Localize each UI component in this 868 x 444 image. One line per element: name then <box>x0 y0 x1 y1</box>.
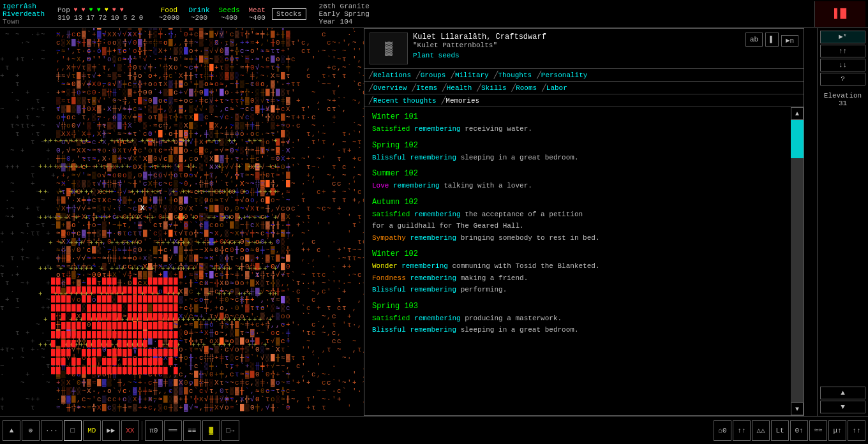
pop-n2: 17 <box>86 14 94 22</box>
memory-text-4b: for a guildhall for The Geared Hall. <box>372 222 524 230</box>
top-icon-area: ▌█ <box>814 1 865 27</box>
drink-val: ~200 <box>191 14 207 22</box>
side-btn-down[interactable]: ↓↓ <box>820 59 865 71</box>
emotion-love-1: Love <box>372 182 389 189</box>
pop-icon-2: ♥ <box>82 6 86 13</box>
emotion-blissful-2: Blissful <box>372 286 406 293</box>
bottom-btn-square[interactable]: □ <box>64 420 82 441</box>
bottom-btn-pi[interactable]: π0 <box>145 420 163 441</box>
seeds-resource: Seeds ~400 <box>219 6 240 22</box>
char-btn-portrait[interactable]: ▌ <box>765 33 779 47</box>
emotion-sympathy-1: Sympathy <box>372 234 406 242</box>
scrollbar-thumb[interactable] <box>791 120 804 158</box>
memory-season-winter102: Winter 102 <box>372 249 781 258</box>
bottom-btn-compass[interactable]: ⊕ <box>22 420 40 441</box>
memory-entry-5b: Fondness remembering making a friend. <box>372 273 781 284</box>
pop-num: 319 <box>57 14 70 22</box>
tab-personality[interactable]: ╱Personality <box>535 70 589 80</box>
side-btn-help[interactable]: ? <box>820 73 865 85</box>
bottom-btn-md[interactable]: MD <box>83 420 101 441</box>
right-panel: ►* ↑↑ ↓↓ ? Elevation 31 ▲ ▼ <box>817 28 868 416</box>
bottom-btn-xx[interactable]: XX <box>121 420 139 441</box>
bottom-btn-block[interactable]: ▓ <box>202 420 220 441</box>
side-btn-up[interactable]: ↑↑ <box>820 45 865 57</box>
memory-text-4: the acceptance of a petition <box>465 211 583 218</box>
food-resource: Food ~2000 <box>158 6 179 22</box>
emotion-wonder-1: Wonder <box>372 262 398 270</box>
bottom-btn-triangle[interactable]: △△ <box>752 420 770 441</box>
tab-items[interactable]: ╱Items <box>410 83 439 93</box>
memory-entry-4b: for a guildhall for The Geared Hall. <box>372 221 781 232</box>
bottom-btn-lt[interactable]: Lt <box>771 420 789 441</box>
remembering-4c: remembering <box>410 234 456 242</box>
scrollbar-down-button[interactable]: ▼ <box>791 403 804 415</box>
fortress-name: Igerrâsh <box>3 3 45 10</box>
memories-scroll: Winter 101 Satisfied remembering receivi… <box>372 112 796 410</box>
date-section: 26th Granite Early Spring Year 104 <box>319 3 370 26</box>
memory-text-4c: bringing somebody to rest in bed. <box>461 234 600 242</box>
meat-label: Meat <box>249 6 266 14</box>
bottom-btn-house[interactable]: ⌂0 <box>714 420 731 441</box>
bottom-btn-dots[interactable]: ··· <box>41 420 63 441</box>
tab-health[interactable]: ╱Health <box>440 83 474 93</box>
meat-resource: Meat ~400 <box>249 6 266 22</box>
memory-season-autumn102: Autumn 102 <box>372 198 781 207</box>
map-area <box>0 28 364 416</box>
memories-area: Winter 101 Satisfied remembering receivi… <box>364 107 804 415</box>
remembering-4: remembering <box>414 211 461 218</box>
tab-rooms[interactable]: ╱Rooms <box>510 83 539 93</box>
bottom-separator-1 <box>142 421 142 440</box>
map-canvas <box>0 28 364 416</box>
bottom-btn-arrows[interactable]: ▶▶ <box>102 420 120 441</box>
memory-entry-6b: Blissful remembering sleeping in a great… <box>372 325 781 336</box>
date-line3: Year 104 <box>319 18 353 26</box>
tab-relations[interactable]: ╱Relations <box>367 70 413 80</box>
tab-skills[interactable]: ╱Skills <box>475 83 508 93</box>
pop-icon-7: ♥ <box>120 6 124 13</box>
tab-thoughts[interactable]: ╱Thoughts <box>492 70 534 80</box>
memories-scrollbar: ▲ ▼ <box>791 107 804 415</box>
emotion-satisfied-1: Satisfied <box>372 125 410 133</box>
side-btn-star[interactable]: ►* <box>820 31 865 43</box>
bottom-btn-equals[interactable]: ══ <box>164 420 182 441</box>
tab-labor[interactable]: ╱Labor <box>540 83 569 93</box>
character-panel: ▓ Kulet Lilaralâth, Craftsdwarf "Kulet P… <box>364 28 804 416</box>
pop-icon-3: ♥ <box>89 6 93 13</box>
bottom-btn-lines[interactable]: ≡≡ <box>183 420 201 441</box>
fortress-info: Igerrâsh Riverdeath Town <box>3 3 45 26</box>
bottom-bar: ▲ ⊕ ··· □ MD ▶▶ XX π0 ══ ≡≡ ▓ □→ ⌂0 ↑↑ △… <box>0 416 868 444</box>
char-btn-ab[interactable]: ab <box>745 33 763 47</box>
scrollbar-up-button[interactable]: ▲ <box>791 107 804 120</box>
bottom-btn-rect[interactable]: □→ <box>221 420 239 441</box>
side-scroll-up[interactable]: ▲ <box>820 387 865 399</box>
bottom-right-buttons: ⌂0 ↑↑ △△ Lt 0↑ ≈≈ μ↑ ↑↑ <box>714 420 865 441</box>
bottom-btn-wave[interactable]: ≈≈ <box>809 420 827 441</box>
date-line1: 26th Granite <box>319 3 370 10</box>
tab-military[interactable]: ╱Military <box>449 70 490 80</box>
remembering-5b: remembering <box>410 274 456 282</box>
bottom-btn-arrow-up[interactable]: ▲ <box>3 420 20 441</box>
bottom-btn-mu[interactable]: μ↑ <box>828 420 846 441</box>
fortress-sub: Riverdeath <box>3 10 45 18</box>
memory-text-5c: performing. <box>461 286 507 293</box>
tab-memories[interactable]: ╱Memories <box>440 96 481 105</box>
bottom-btn-0up[interactable]: 0↑ <box>790 420 808 441</box>
nav-tabs-row1: ╱Relations ╱Groups ╱Military ╱Thoughts ╱… <box>364 69 804 82</box>
memory-season-spring102: Spring 102 <box>372 141 781 150</box>
memory-text-1: receiving water. <box>465 125 532 133</box>
memory-text-6a: producing a masterwork. <box>465 314 562 322</box>
tab-groups[interactable]: ╱Groups <box>414 70 447 80</box>
stocks-button[interactable]: Stocks <box>272 8 306 20</box>
pop-n6: 2 <box>131 14 135 22</box>
tab-overview[interactable]: ╱Overview <box>367 83 408 93</box>
emotion-fondness-1: Fondness <box>372 274 406 282</box>
tab-recent-thoughts[interactable]: ╱Recent thoughts <box>367 96 438 105</box>
bottom-btn-up2[interactable]: ↑↑ <box>733 420 751 441</box>
food-val: ~2000 <box>158 14 179 22</box>
char-btn-n[interactable]: ►n <box>781 35 798 47</box>
char-header: ▓ Kulet Lilaralâth, Craftsdwarf "Kulet P… <box>364 29 804 69</box>
side-scroll-down[interactable]: ▼ <box>820 401 865 413</box>
memory-text-5a: communing with Tosid the Blanketed. <box>452 262 599 270</box>
memory-text-2: sleeping in a great bedroom. <box>461 154 579 161</box>
bottom-btn-up3[interactable]: ↑↑ <box>848 420 865 441</box>
